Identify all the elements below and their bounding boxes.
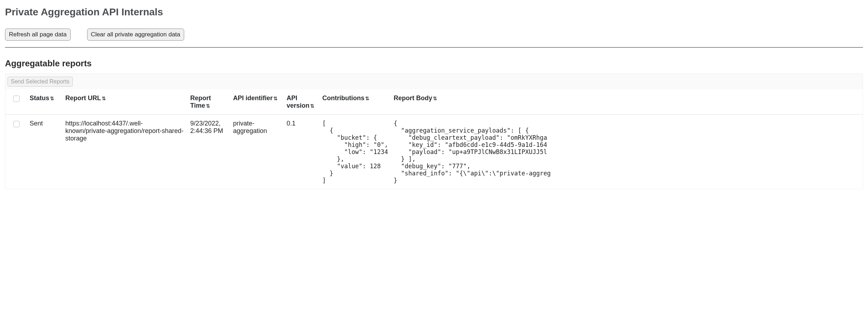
page-title: Private Aggregation API Internals (5, 6, 863, 18)
cell-status: Sent (27, 115, 62, 189)
actions-toolbar: Refresh all page data Clear all private … (5, 29, 863, 41)
col-report-body-header[interactable]: Report Body⇅ (391, 89, 863, 115)
row-select-checkbox[interactable] (13, 121, 20, 127)
sort-icon: ⇅ (273, 96, 278, 101)
sort-icon: ⇅ (433, 96, 437, 101)
cell-api-version: 0.1 (284, 115, 319, 189)
sort-icon: ⇅ (310, 103, 314, 109)
sort-icon: ⇅ (50, 96, 54, 101)
contributions-pre: [ { "bucket": { "high": "0", "low": "123… (322, 120, 388, 184)
report-body-pre: { "aggregation_service_payloads": [ { "d… (394, 120, 860, 184)
col-contributions-header[interactable]: Contributions⇅ (319, 89, 391, 115)
col-api-identifier-header[interactable]: API identifier⇅ (230, 89, 284, 115)
cell-report-url: https://localhost:4437/.well-known/priva… (62, 115, 187, 189)
col-api-version-header[interactable]: API version⇅ (284, 89, 319, 115)
sort-icon: ⇅ (365, 96, 369, 101)
cell-contributions: [ { "bucket": { "high": "0", "low": "123… (319, 115, 391, 189)
col-report-url-header[interactable]: Report URL⇅ (62, 89, 187, 115)
sort-icon: ⇅ (206, 103, 210, 109)
col-report-time-header[interactable]: Report Time⇅ (187, 89, 230, 115)
select-all-checkbox[interactable] (13, 96, 20, 102)
table-row: Sent https://localhost:4437/.well-known/… (5, 115, 863, 189)
divider (5, 47, 863, 48)
cell-report-time: 9/23/2022, 2:44:36 PM (187, 115, 230, 189)
send-selected-button[interactable]: Send Selected Reports (7, 77, 73, 87)
sort-icon: ⇅ (102, 96, 106, 101)
table-header-row: Status⇅ Report URL⇅ Report Time⇅ API ide… (5, 89, 863, 115)
reports-table-container: Status⇅ Report URL⇅ Report Time⇅ API ide… (5, 89, 863, 189)
refresh-button[interactable]: Refresh all page data (5, 29, 71, 41)
clear-data-button[interactable]: Clear all private aggregation data (87, 29, 184, 41)
col-status-header[interactable]: Status⇅ (27, 89, 62, 115)
cell-report-body: { "aggregation_service_payloads": [ { "d… (391, 115, 863, 189)
reports-table: Status⇅ Report URL⇅ Report Time⇅ API ide… (5, 89, 863, 189)
reports-toolbar: Send Selected Reports (5, 73, 863, 89)
cell-api-identifier: private-aggregation (230, 115, 284, 189)
reports-heading: Aggregatable reports (5, 58, 863, 68)
